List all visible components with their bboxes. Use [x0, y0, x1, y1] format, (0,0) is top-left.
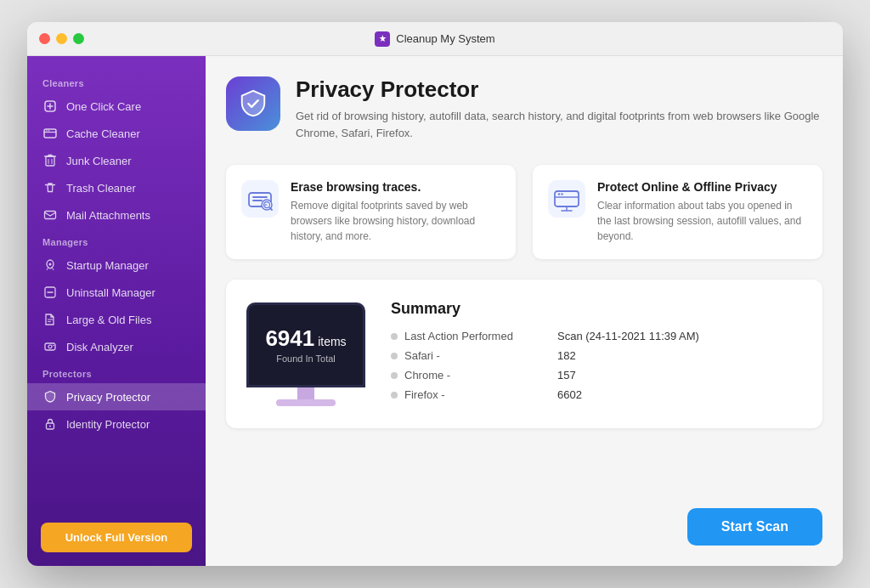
summary-title: Summary — [391, 300, 802, 318]
label-firefox: Firefox - — [404, 388, 557, 401]
svg-rect-2 — [44, 129, 56, 138]
cleaners-section-label: Cleaners — [27, 70, 206, 93]
right-panel: Privacy Protector Get rid of browsing hi… — [206, 56, 843, 566]
value-chrome: 157 — [557, 369, 576, 382]
label-last-action: Last Action Performed — [404, 330, 557, 342]
start-scan-button[interactable]: Start Scan — [687, 508, 822, 546]
uninstall-icon — [42, 285, 58, 300]
sidebar-label-privacy-protector: Privacy Protector — [66, 391, 150, 404]
svg-rect-26 — [548, 180, 585, 218]
svg-point-32 — [561, 193, 562, 195]
erase-icon — [241, 180, 279, 218]
trash-icon — [42, 180, 58, 195]
shield-icon — [42, 389, 58, 404]
mail-icon — [42, 207, 58, 223]
value-safari: 182 — [557, 349, 576, 362]
sidebar-item-junk-cleaner[interactable]: Junk Cleaner — [27, 147, 206, 174]
feature-cards: Erase browsing traces. Remove digital fo… — [226, 165, 822, 259]
sidebar-item-cache-cleaner[interactable]: Cache Cleaner — [27, 120, 206, 147]
feature-desc-protect: Clear information about tabs you opened … — [597, 198, 807, 244]
value-firefox: 6602 — [557, 388, 582, 401]
bottom-bar: Start Scan — [226, 508, 822, 546]
title-bar-content: Cleanup My System — [375, 31, 494, 47]
dot-last-action — [391, 333, 398, 340]
summary-row-safari: Safari - 182 — [391, 349, 802, 362]
item-count: 6941 items — [265, 325, 346, 352]
page-description: Get rid of browsing history, autofill da… — [296, 108, 822, 141]
maximize-button[interactable] — [73, 33, 84, 44]
svg-point-18 — [53, 345, 54, 347]
managers-section-label: Managers — [27, 229, 206, 252]
sidebar-item-large-old-files[interactable]: Large & Old Files — [27, 306, 206, 333]
sidebar-label-startup-manager: Startup Manager — [66, 259, 149, 272]
summary-box: 6941 items Found In Total Summary Last A… — [226, 280, 822, 428]
sidebar-bottom: Unlock Full Version — [27, 523, 206, 552]
cache-icon — [42, 126, 58, 141]
feature-card-erase-text: Erase browsing traces. Remove digital fo… — [291, 180, 500, 244]
rocket-icon — [42, 257, 58, 273]
summary-row-chrome: Chrome - 157 — [391, 369, 802, 382]
svg-rect-11 — [45, 212, 56, 219]
sidebar-label-cache-cleaner: Cache Cleaner — [66, 127, 140, 140]
sidebar-label-identity-protector: Identity Protector — [66, 418, 150, 431]
minimize-button[interactable] — [56, 33, 67, 44]
feature-card-protect: Protect Online & Offline Privacy Clear i… — [533, 165, 822, 259]
sidebar-item-mail-attachments[interactable]: Mail Attachments — [27, 201, 206, 229]
sidebar-item-identity-protector[interactable]: Identity Protector — [27, 410, 206, 438]
dot-firefox — [391, 392, 398, 399]
svg-point-17 — [48, 345, 52, 348]
sidebar-label-large-old-files: Large & Old Files — [66, 314, 151, 326]
privacy-protector-icon — [226, 76, 280, 131]
monitor-visual: 6941 items Found In Total — [246, 302, 365, 406]
sidebar: Cleaners One Click Care — [27, 56, 206, 566]
feature-title-protect: Protect Online & Offline Privacy — [597, 180, 807, 194]
sidebar-item-one-click-care[interactable]: One Click Care — [27, 93, 206, 120]
feature-card-erase: Erase browsing traces. Remove digital fo… — [226, 165, 516, 259]
sidebar-label-one-click-care: One Click Care — [66, 100, 141, 113]
svg-rect-6 — [46, 156, 54, 166]
header-text: Privacy Protector Get rid of browsing hi… — [296, 76, 822, 141]
disk-icon — [42, 339, 58, 354]
traffic-lights — [39, 33, 84, 44]
svg-point-5 — [48, 130, 50, 132]
dot-chrome — [391, 372, 398, 379]
header-section: Privacy Protector Get rid of browsing hi… — [226, 76, 822, 141]
title-bar: Cleanup My System — [27, 22, 843, 56]
main-content: Cleaners One Click Care — [27, 56, 843, 566]
lock-icon — [42, 416, 58, 432]
app-icon — [375, 31, 390, 47]
monitor-screen: 6941 items Found In Total — [246, 302, 365, 387]
monitor-base — [276, 399, 336, 406]
sidebar-item-privacy-protector[interactable]: Privacy Protector — [27, 383, 206, 410]
summary-row-firefox: Firefox - 6602 — [391, 388, 802, 401]
found-in-total: Found In Total — [276, 353, 336, 364]
label-safari: Safari - — [404, 349, 557, 362]
feature-desc-erase: Remove digital footprints saved by web b… — [291, 198, 500, 244]
junk-icon — [42, 153, 58, 168]
unlock-full-version-button[interactable]: Unlock Full Version — [41, 523, 192, 552]
svg-rect-16 — [45, 343, 55, 350]
sidebar-item-disk-analyzer[interactable]: Disk Analyzer — [27, 333, 206, 360]
sidebar-item-trash-cleaner[interactable]: Trash Cleaner — [27, 174, 206, 201]
files-icon — [42, 312, 58, 327]
page-title: Privacy Protector — [296, 76, 822, 103]
svg-point-12 — [49, 263, 52, 266]
app-title: Cleanup My System — [396, 32, 494, 45]
sidebar-label-disk-analyzer: Disk Analyzer — [66, 341, 133, 353]
monitor-neck — [297, 387, 314, 399]
svg-point-31 — [558, 193, 560, 195]
close-button[interactable] — [39, 33, 50, 44]
sidebar-item-startup-manager[interactable]: Startup Manager — [27, 252, 206, 279]
sidebar-label-trash-cleaner: Trash Cleaner — [66, 182, 136, 195]
sidebar-item-uninstall-manager[interactable]: Uninstall Manager — [27, 279, 206, 306]
label-chrome: Chrome - — [404, 369, 557, 382]
protect-icon — [548, 180, 585, 218]
summary-data: Summary Last Action Performed Scan (24-1… — [391, 300, 802, 408]
value-last-action: Scan (24-11-2021 11:39 AM) — [557, 330, 699, 342]
protectors-section-label: Protectors — [27, 360, 206, 383]
svg-rect-21 — [241, 180, 279, 218]
summary-row-last-action: Last Action Performed Scan (24-11-2021 1… — [391, 330, 802, 342]
cursor-icon — [42, 99, 58, 114]
sidebar-label-uninstall-manager: Uninstall Manager — [66, 286, 155, 299]
feature-title-erase: Erase browsing traces. — [291, 180, 500, 194]
